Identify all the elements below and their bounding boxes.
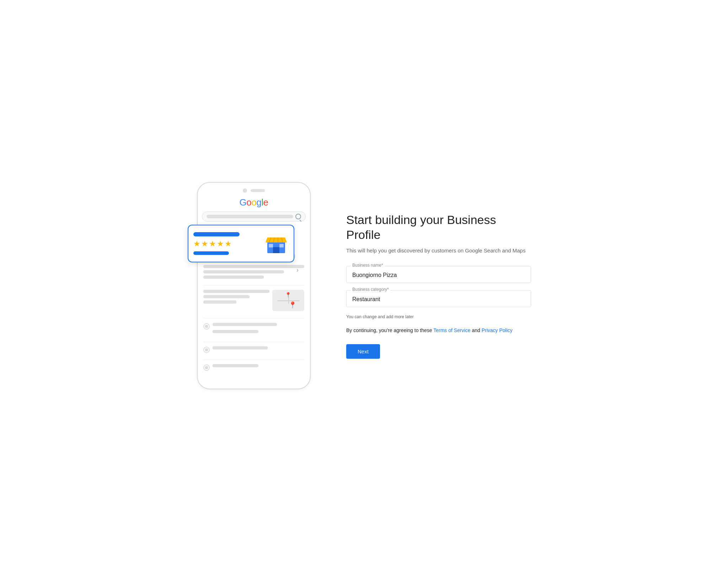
terms-and: and	[471, 327, 482, 333]
globe-icon	[203, 364, 210, 371]
card-detail-bar	[193, 251, 229, 255]
svg-rect-2	[269, 244, 273, 247]
content-group-phone	[203, 346, 304, 360]
terms-text: By continuing, you're agreeing to these …	[346, 326, 531, 334]
content-line	[203, 276, 264, 279]
svg-rect-3	[279, 244, 284, 247]
page-container: Google ★ ★ ★ ★ ★	[168, 182, 560, 389]
phone-icon	[203, 347, 210, 353]
business-card-overlay: ★ ★ ★ ★ ★	[188, 225, 294, 262]
star-2: ★	[201, 239, 208, 249]
business-category-field-group: Business category*	[346, 290, 531, 307]
phone-search-bar	[202, 212, 306, 222]
terms-prefix: By continuing, you're agreeing to these	[346, 327, 433, 333]
star-4: ★	[217, 239, 224, 249]
star-3: ★	[209, 239, 216, 249]
next-button[interactable]: Next	[346, 344, 380, 359]
content-line	[203, 265, 304, 268]
star-1: ★	[193, 239, 200, 249]
phone-search-input-mock	[207, 215, 293, 218]
phone-illustration: Google ★ ★ ★ ★ ★	[197, 182, 318, 389]
business-name-label: Business name*	[351, 263, 385, 268]
form-panel: Start building your Business Profile Thi…	[346, 212, 531, 359]
card-left: ★ ★ ★ ★ ★	[193, 232, 264, 255]
content-line	[203, 290, 269, 293]
content-line	[213, 364, 258, 367]
content-group-1: ›	[203, 265, 304, 286]
card-name-bar	[193, 232, 240, 236]
chevron-icon: ›	[296, 266, 299, 274]
content-line	[203, 300, 236, 304]
content-line	[203, 270, 284, 273]
business-name-input[interactable]	[352, 271, 525, 278]
content-line	[213, 330, 258, 333]
clock-icon	[203, 323, 210, 330]
page-title: Start building your Business Profile	[346, 212, 531, 242]
map-pin-icon: 📍	[289, 301, 296, 309]
star-5: ★	[225, 239, 232, 249]
search-icon	[295, 214, 301, 219]
phone-speaker	[251, 189, 265, 192]
map-pin2-icon: 📍	[285, 292, 291, 298]
svg-marker-4	[266, 238, 287, 242]
form-subtitle: This will help you get discovered by cus…	[346, 247, 531, 255]
content-group-website	[203, 364, 304, 377]
phone-camera	[243, 188, 247, 193]
content-group-map: 📍 📍	[203, 290, 304, 319]
business-category-input[interactable]	[352, 295, 525, 303]
terms-of-service-link[interactable]: Terms of Service	[433, 327, 470, 333]
phone-content: › 📍 📍	[202, 265, 306, 377]
store-icon	[264, 231, 289, 256]
business-name-field-group: Business name*	[346, 266, 531, 283]
content-group-hours	[203, 323, 304, 342]
svg-rect-1	[273, 247, 279, 253]
category-hint: You can change and add more later	[346, 314, 531, 319]
content-line	[203, 295, 250, 298]
map-thumbnail: 📍 📍	[272, 290, 304, 311]
phone-body: Google ★ ★ ★ ★ ★	[197, 182, 311, 389]
content-line	[213, 323, 277, 326]
business-category-label: Business category*	[351, 287, 390, 292]
card-stars: ★ ★ ★ ★ ★	[193, 239, 264, 249]
privacy-policy-link[interactable]: Privacy Policy	[482, 327, 513, 333]
google-logo: Google	[202, 197, 306, 208]
content-line	[213, 346, 268, 349]
phone-top-bar	[202, 188, 306, 193]
